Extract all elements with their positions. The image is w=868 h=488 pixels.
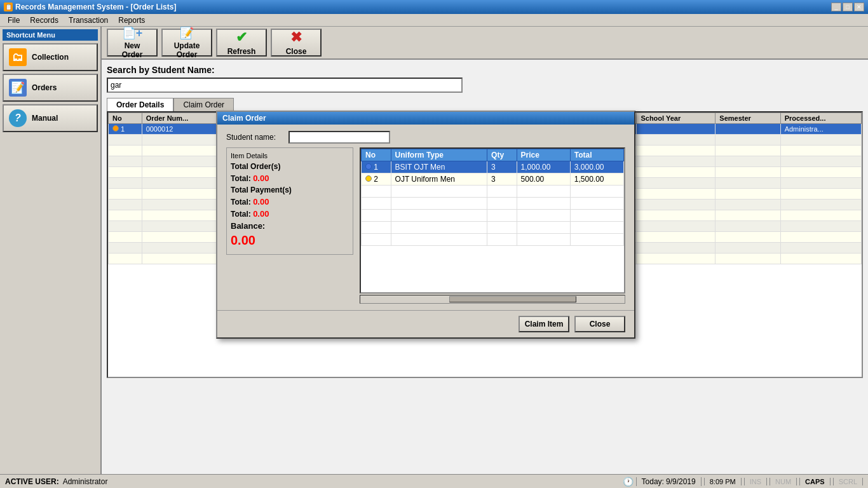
item-cell-qty: 3 [487, 161, 517, 173]
sidebar-btn-collection[interactable]: 🗂 Collection [3, 43, 98, 71]
item-col-total: Total [570, 149, 623, 161]
left-panel: Item Details Total Order(s) Total: 0.00 [226, 147, 353, 304]
new-order-label: NewOrder [122, 41, 143, 59]
status-right: 🕐 Today: 9/9/2019 8:09 PM INS NUM CAPS S… [623, 477, 863, 487]
total-payments-val-row: Total: 0.00 [231, 197, 349, 207]
item-col-uniform-type: Uniform Type [391, 149, 487, 161]
item-row[interactable]: 2 OJT Uniform Men 3 500.00 1,500.00 [362, 173, 624, 186]
col-no: No [109, 113, 142, 124]
cell-semester [715, 124, 780, 135]
content-area: 📄+ NewOrder 📝 UpdateOrder ✔ Refresh ✖ Cl… [102, 27, 868, 474]
col-school-year: School Year [637, 113, 715, 124]
update-order-button[interactable]: 📝 UpdateOrder [161, 29, 212, 57]
item-row [362, 186, 624, 198]
status-time: 8:09 PM [704, 478, 742, 485]
app-icon: 📋 [4, 3, 13, 11]
dialog-titlebar: Claim Order [217, 112, 634, 125]
tab-claim-order[interactable]: Claim Order [173, 98, 234, 111]
item-details-box: Item Details Total Order(s) Total: 0.00 [226, 147, 353, 255]
total-value: 0.00 [253, 209, 269, 219]
minimize-btn[interactable]: _ [831, 3, 841, 11]
menu-file[interactable]: File [3, 15, 25, 26]
total-val-row: Total: 0.00 [231, 209, 349, 219]
cell-school-year [637, 124, 715, 135]
item-row [362, 222, 624, 234]
total-payments-value: 0.00 [253, 197, 269, 207]
update-order-label: UpdateOrder [174, 41, 200, 59]
sidebar-btn-manual[interactable]: ? Manual [3, 104, 98, 132]
student-name-label: Student name: [226, 133, 283, 142]
tabs: Order Details Claim Order [107, 98, 863, 111]
title-bar: 📋 Records Management System - [Order Lis… [0, 0, 868, 14]
item-table-scrollbar[interactable] [360, 295, 625, 304]
status-scrl: SCRL [833, 478, 863, 485]
status-left: ACTIVE USER: Administrator [5, 477, 623, 486]
item-col-no: No [362, 149, 391, 161]
new-order-button[interactable]: 📄+ NewOrder [107, 29, 158, 57]
total-orders-row: Total Order(s) [231, 162, 349, 171]
status-num: NUM [770, 478, 797, 485]
today-date: 9/9/2019 [666, 477, 696, 486]
student-name-input[interactable] [288, 131, 390, 144]
maximize-btn[interactable]: □ [843, 3, 853, 11]
sidebar-label-orders: Orders [32, 83, 57, 92]
totals-section: Total Order(s) Total: 0.00 Total Payment… [231, 162, 349, 248]
dialog-close-button[interactable]: Close [574, 316, 625, 332]
close-button[interactable]: ✖ Close [271, 29, 322, 57]
search-label: Search by Student Name: [107, 65, 863, 75]
student-name-row: Student name: [226, 131, 625, 144]
menu-transaction[interactable]: Transaction [64, 15, 113, 26]
col-semester: Semester [715, 113, 780, 124]
refresh-label: Refresh [227, 47, 256, 56]
search-input[interactable] [107, 78, 463, 93]
main-container: Shortcut Menu 🗂 Collection 📝 Orders ? Ma… [0, 27, 868, 474]
total-orders-val-row: Total: 0.00 [231, 173, 349, 183]
close-win-btn[interactable]: ✕ [854, 3, 864, 11]
item-cell-qty: 3 [487, 173, 517, 186]
tab-order-details[interactable]: Order Details [107, 98, 173, 111]
item-cell-no: 2 [362, 173, 391, 186]
sidebar-label-collection: Collection [32, 53, 69, 62]
total-orders-label: Total Order(s) [231, 162, 280, 171]
title-bar-text: Records Management System - [Order Lists… [15, 3, 176, 11]
item-cell-total: 1,500.00 [570, 173, 623, 186]
work-area: Search by Student Name: Order Details Cl… [102, 60, 868, 474]
col-processed: Processed... [780, 113, 861, 124]
item-row [362, 234, 624, 246]
balance-label: Balance: [231, 221, 265, 231]
cell-indicator: 1 [109, 124, 142, 135]
close-label: Close [286, 47, 307, 56]
active-user-value: Administrator [63, 477, 108, 486]
refresh-icon: ✔ [236, 29, 247, 46]
item-table: No Uniform Type Qty Price Total [361, 149, 624, 246]
toolbar: 📄+ NewOrder 📝 UpdateOrder ✔ Refresh ✖ Cl… [102, 27, 868, 60]
claim-item-button[interactable]: Claim Item [519, 316, 569, 332]
claim-order-dialog: Claim Order Student name: Item Details [216, 111, 635, 339]
menu-bar: File Records Transaction Reports [0, 14, 868, 27]
menu-reports[interactable]: Reports [113, 15, 150, 26]
total-payments-label: Total Payment(s) [231, 186, 292, 194]
item-col-price: Price [517, 149, 570, 161]
title-bar-controls: _ □ ✕ [831, 3, 864, 11]
refresh-button[interactable]: ✔ Refresh [216, 29, 267, 57]
manual-icon: ? [9, 109, 27, 127]
collection-icon: 🗂 [9, 48, 27, 66]
cell-processed: Administra... [780, 124, 861, 135]
menu-records[interactable]: Records [25, 15, 64, 26]
item-row[interactable]: 1 BSIT OJT Men 3 1,000.00 3,000.00 [362, 161, 624, 173]
clock-icon: 🕐 [623, 477, 634, 487]
item-col-qty: Qty [487, 149, 517, 161]
sidebar-label-manual: Manual [32, 114, 58, 123]
right-panel: No Uniform Type Qty Price Total [360, 147, 625, 304]
item-table-container: No Uniform Type Qty Price Total [360, 147, 625, 294]
status-bar: ACTIVE USER: Administrator 🕐 Today: 9/9/… [0, 474, 868, 488]
sidebar-btn-orders[interactable]: 📝 Orders [3, 74, 98, 102]
orders-icon: 📝 [9, 79, 27, 97]
item-cell-price: 500.00 [517, 173, 570, 186]
item-row [362, 210, 624, 222]
active-user-label: ACTIVE USER: [5, 477, 59, 486]
today-label: Today: 9/9/2019 [636, 477, 702, 486]
sidebar-title: Shortcut Menu [3, 29, 98, 41]
cell-order-num: 0000012 [142, 124, 224, 135]
dialog-title: Claim Order [222, 114, 266, 123]
